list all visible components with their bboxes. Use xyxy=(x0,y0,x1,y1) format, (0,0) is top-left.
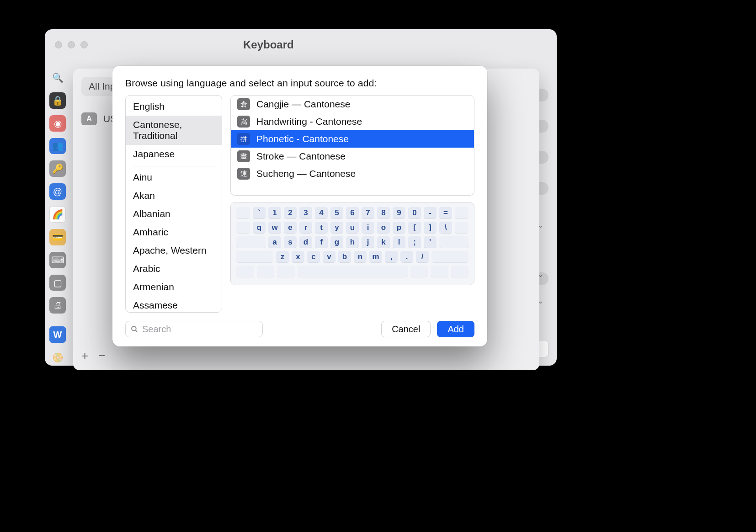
dialog-heading: Browse using language and select an inpu… xyxy=(125,78,474,89)
keyboard-key: 5 xyxy=(330,207,343,219)
language-item[interactable]: Akan xyxy=(126,186,222,205)
keyboard-key: n xyxy=(354,251,367,263)
remove-button[interactable]: − xyxy=(98,349,105,363)
keyboard-key: r xyxy=(299,222,312,234)
chip-icon[interactable]: 📀 xyxy=(49,349,66,366)
keyboard-key: c xyxy=(307,251,320,263)
keyboard-key: w xyxy=(268,222,281,234)
add-remove-controls: + − xyxy=(81,349,105,363)
input-source-item[interactable]: 速Sucheng — Cantonese xyxy=(231,165,474,182)
language-item[interactable]: Amharic xyxy=(126,223,222,241)
keyboard-badge-icon: A xyxy=(81,112,97,125)
keyboard-key: f xyxy=(315,236,328,248)
search-input-field[interactable] xyxy=(142,324,258,335)
keyboard-key: ` xyxy=(253,207,266,219)
keyboard-key: a xyxy=(268,236,281,248)
language-item[interactable]: Arabic xyxy=(126,260,222,278)
modifier-key: . xyxy=(236,251,273,263)
ime-glyph-icon: 倉 xyxy=(237,98,250,110)
language-item[interactable]: English xyxy=(126,97,222,116)
settings-sidebar: 🔍 🔒 ◉ 👥 🔑 @ 🌈 💳 ⌨ ▢ 🖨 W 📀 xyxy=(45,60,70,366)
internet-accounts-icon[interactable]: @ xyxy=(49,183,66,200)
language-item[interactable]: Armenian xyxy=(126,278,222,296)
modifier-key: . xyxy=(236,222,250,234)
language-item[interactable]: Apache, Western xyxy=(126,241,222,260)
close-traffic-light[interactable] xyxy=(55,41,62,48)
keyboard-preview: .`1234567890-=..qwertyuiop[]\..asdfghjkl… xyxy=(230,202,474,285)
add-button[interactable]: + xyxy=(81,349,88,363)
keyboard-key: 1 xyxy=(268,207,281,219)
space-key: . xyxy=(298,266,408,277)
add-button[interactable]: Add xyxy=(437,321,474,337)
keyboard-key: l xyxy=(393,236,405,248)
cancel-button[interactable]: Cancel xyxy=(381,321,431,337)
language-item[interactable]: Ainu xyxy=(126,168,222,186)
keyboard-key: . xyxy=(400,251,413,263)
window-title: Keyboard xyxy=(243,38,294,51)
touch-id-icon[interactable]: ◉ xyxy=(49,115,66,132)
keyboard-key: \ xyxy=(439,222,452,234)
keyboard-key: y xyxy=(330,222,343,234)
input-source-list[interactable]: 倉Cangjie — Cantonese寫Handwriting - Canto… xyxy=(230,95,474,196)
keyboard-key: - xyxy=(424,207,437,219)
modifier-key: . xyxy=(236,236,266,248)
ime-glyph-icon: 速 xyxy=(237,168,250,180)
keyboard-key: m xyxy=(369,251,382,263)
keyboard-key: j xyxy=(362,236,374,248)
trackpad-icon[interactable]: ▢ xyxy=(49,275,66,291)
language-item[interactable]: Assamese xyxy=(126,296,222,312)
privacy-icon[interactable]: 🔒 xyxy=(49,92,66,109)
keyboard-row: .`1234567890-=. xyxy=(236,207,469,219)
passwords-icon[interactable]: 🔑 xyxy=(49,160,66,177)
zoom-traffic-light[interactable] xyxy=(80,41,88,48)
printers-icon[interactable]: 🖨 xyxy=(49,297,66,314)
language-item[interactable]: Japanese xyxy=(126,145,222,163)
keyboard-key: 2 xyxy=(284,207,297,219)
keyboard-key: h xyxy=(346,236,359,248)
keyboard-key: q xyxy=(253,222,266,234)
keyboard-sidebar-icon[interactable]: ⌨ xyxy=(49,252,66,268)
ime-glyph-icon: 畫 xyxy=(237,150,250,162)
keyboard-key: k xyxy=(377,236,390,248)
input-source-label: Handwriting - Cantonese xyxy=(256,116,362,127)
keyboard-key: 6 xyxy=(346,207,359,219)
svg-point-0 xyxy=(132,326,136,331)
search-icon[interactable]: 🔍 xyxy=(49,69,66,86)
modifier-key: . xyxy=(455,207,469,219)
keyboard-row: ....... xyxy=(236,266,469,277)
ime-glyph-icon: 拼 xyxy=(237,133,250,145)
keyboard-key: ' xyxy=(424,236,437,248)
modifier-key: . xyxy=(451,266,469,277)
input-source-label: Stroke — Cantonese xyxy=(256,151,346,162)
source-row[interactable]: A US xyxy=(81,112,117,125)
keyboard-key: / xyxy=(416,251,429,263)
app-icon[interactable]: W xyxy=(49,326,66,343)
input-source-item[interactable]: 拼Phonetic - Cantonese xyxy=(231,130,474,148)
input-source-item[interactable]: 倉Cangjie — Cantonese xyxy=(231,96,474,113)
divider xyxy=(132,166,215,166)
svg-line-1 xyxy=(135,330,137,332)
language-list[interactable]: EnglishCantonese, TraditionalJapaneseAin… xyxy=(125,95,222,313)
wallet-icon[interactable]: 💳 xyxy=(49,229,66,245)
game-center-icon[interactable]: 🌈 xyxy=(49,206,66,223)
ime-glyph-icon: 寫 xyxy=(237,116,250,128)
search-input[interactable] xyxy=(125,321,263,337)
minimize-traffic-light[interactable] xyxy=(68,41,75,48)
modifier-key: . xyxy=(431,251,469,263)
keyboard-key: u xyxy=(346,222,359,234)
input-source-item[interactable]: 畫Stroke — Cantonese xyxy=(231,148,474,165)
keyboard-key: 0 xyxy=(408,207,421,219)
modifier-key: . xyxy=(431,266,448,277)
keyboard-key: = xyxy=(439,207,452,219)
keyboard-key: , xyxy=(385,251,398,263)
language-item[interactable]: Albanian xyxy=(126,205,222,223)
keyboard-key: e xyxy=(284,222,297,234)
input-source-item[interactable]: 寫Handwriting - Cantonese xyxy=(231,113,474,130)
users-icon[interactable]: 👥 xyxy=(49,138,66,154)
modifier-key: . xyxy=(236,266,254,277)
language-item[interactable]: Cantonese, Traditional xyxy=(126,116,222,145)
keyboard-key: b xyxy=(338,251,351,263)
keyboard-key: ] xyxy=(424,222,437,234)
modifier-key: . xyxy=(410,266,428,277)
keyboard-row: .zxcvbnm,./. xyxy=(236,251,469,263)
